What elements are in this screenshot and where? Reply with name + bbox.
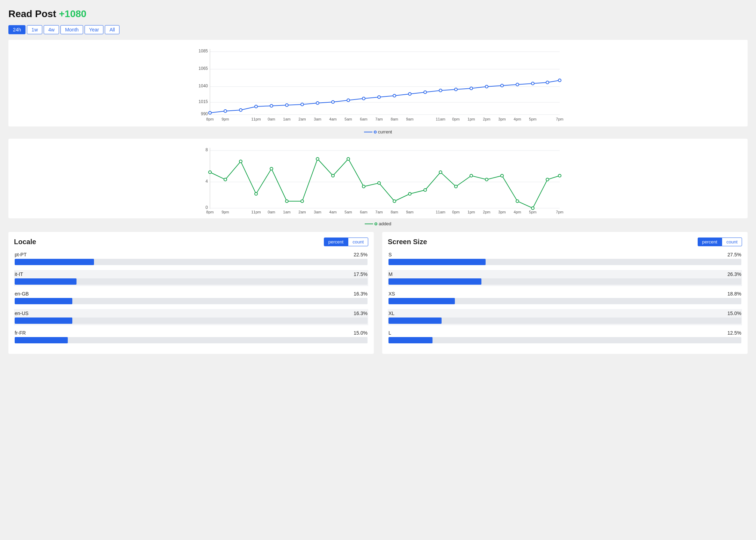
bar-label: it-IT [15,271,23,277]
svg-point-25 [424,91,427,94]
svg-text:5am: 5am [344,210,352,214]
main-chart-container: 1085 1065 1040 1015 990 [8,40,748,126]
svg-point-80 [470,174,473,177]
bar-value: 22.5% [354,252,368,257]
bar-fill [15,259,94,265]
added-chart-container: 8 4 0 8pm [8,139,748,218]
btn-month[interactable]: Month [60,25,83,34]
screen-size-title: Screen Size [388,238,427,246]
svg-point-19 [332,101,334,103]
btn-all[interactable]: All [105,25,119,34]
svg-text:0pm: 0pm [452,210,459,214]
bar-row: fr-FR15.0% [14,329,368,345]
svg-text:4: 4 [205,179,208,184]
bar-track [15,318,368,324]
svg-text:6am: 6am [360,117,367,121]
svg-point-63 [209,171,211,174]
locale-percent-btn[interactable]: percent [324,238,348,246]
svg-text:0: 0 [205,205,208,210]
svg-point-33 [546,81,549,84]
svg-point-86 [558,174,561,177]
svg-text:9am: 9am [406,210,413,214]
page-title: Read Post +1080 [8,8,748,20]
locale-toggle-group: percent count [324,238,368,246]
svg-point-72 [347,158,350,160]
bar-label: M [388,271,393,277]
locale-title: Locale [14,238,36,246]
svg-text:8am: 8am [391,117,398,121]
svg-text:7am: 7am [375,210,383,214]
svg-point-71 [332,174,334,177]
svg-text:0am: 0am [268,117,275,121]
btn-1w[interactable]: 1w [27,25,42,34]
btn-year[interactable]: Year [85,25,103,34]
svg-point-22 [378,96,380,98]
bar-fill [388,298,455,304]
bar-label: XL [388,311,394,316]
svg-point-73 [362,185,365,188]
screen-size-bars: S27.5%M26.3%XS18.8%XL15.0%L12.5% [388,250,742,345]
added-chart-svg: 8 4 0 8pm [14,144,742,214]
title-delta: +1080 [59,8,87,19]
screen-size-count-btn[interactable]: count [722,238,742,246]
svg-point-74 [378,182,380,184]
svg-point-32 [531,82,534,85]
svg-point-28 [470,87,473,90]
svg-text:3am: 3am [314,210,321,214]
bar-track [388,259,741,265]
svg-text:2pm: 2pm [483,210,490,214]
added-chart-legend: added [8,221,748,226]
bar-row: en-US16.3% [14,309,368,325]
svg-text:8: 8 [205,147,208,152]
svg-text:6am: 6am [360,210,367,214]
svg-text:9am: 9am [406,117,413,121]
svg-text:7am: 7am [375,117,383,121]
svg-point-81 [485,178,488,181]
svg-point-78 [439,171,442,174]
bar-value: 16.3% [354,291,368,297]
bar-row: XS18.8% [388,290,742,306]
bar-track [15,298,368,304]
locale-panel: Locale percent count pt-PT22.5%it-IT17.5… [8,232,374,354]
svg-text:9pm: 9pm [221,117,229,121]
screen-size-panel: Screen Size percent count S27.5%M26.3%XS… [382,232,748,354]
svg-text:1pm: 1pm [467,210,475,214]
svg-text:0am: 0am [268,210,275,214]
bar-row: pt-PT22.5% [14,250,368,267]
bar-value: 17.5% [354,271,368,277]
svg-point-67 [270,167,273,170]
bar-fill [15,278,77,285]
svg-text:8pm: 8pm [206,210,213,214]
svg-text:4pm: 4pm [514,117,521,121]
svg-point-21 [362,97,365,100]
screen-size-toggle-group: percent count [698,238,742,246]
bar-row: L12.5% [388,329,742,345]
svg-point-34 [558,79,561,82]
svg-text:11pm: 11pm [251,210,261,214]
svg-text:4pm: 4pm [514,210,521,214]
bar-value: 12.5% [727,330,741,336]
bar-value: 15.0% [354,330,368,336]
svg-text:7pm: 7pm [556,117,563,121]
screen-size-percent-btn[interactable]: percent [698,238,722,246]
svg-point-29 [485,85,488,88]
bar-fill [15,337,68,343]
bar-row: M26.3% [388,270,742,286]
btn-24h[interactable]: 24h [8,25,26,34]
svg-text:1pm: 1pm [467,117,475,121]
svg-point-75 [393,200,396,203]
bar-fill [388,259,486,265]
screen-size-panel-header: Screen Size percent count [388,238,742,246]
svg-point-82 [501,174,503,177]
svg-text:11am: 11am [436,117,445,121]
svg-text:8pm: 8pm [206,117,213,121]
bar-row: en-GB16.3% [14,290,368,306]
svg-point-13 [239,109,242,111]
svg-point-18 [316,102,319,104]
btn-4w[interactable]: 4w [44,25,59,34]
locale-count-btn[interactable]: count [348,238,368,246]
svg-point-23 [393,94,396,97]
main-chart-legend: current [8,129,748,134]
svg-point-15 [270,104,273,107]
bar-label: en-US [15,311,29,316]
